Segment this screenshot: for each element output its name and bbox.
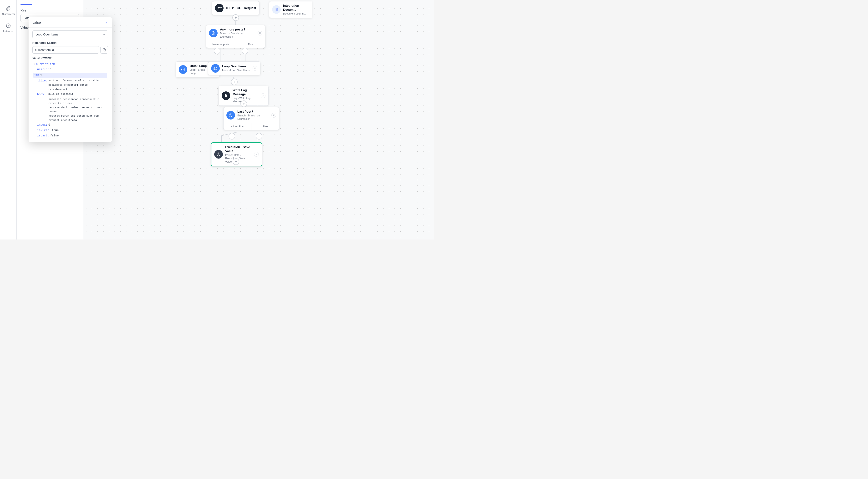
add-button-after-loop[interactable]: +	[231, 78, 238, 85]
node-last-post-header: Last Post? Branch - Branch on Expression…	[223, 107, 279, 123]
node-any-more-posts-text: Any more posts? Branch - Branch on Expre…	[220, 28, 255, 38]
instances-icon	[5, 22, 12, 29]
popup-confirm-button[interactable]: ✓	[105, 21, 108, 25]
node-write-log-icon	[222, 91, 230, 100]
tree-key-islast: isLast:	[37, 133, 49, 138]
sidebar-item-attachments[interactable]: Attachments	[1, 3, 16, 18]
branch-no-more-posts[interactable]: No more posts	[206, 41, 236, 47]
node-loop-over-items-close[interactable]: ×	[253, 66, 257, 71]
node-last-post-icon	[226, 111, 235, 120]
tree-val-islast: false	[50, 133, 59, 138]
node-http-icon: HTTP	[215, 4, 223, 12]
add-button-bottom[interactable]: +	[232, 158, 239, 165]
node-integration-subtitle: Document your int...	[283, 12, 309, 15]
add-button-no-more-posts[interactable]: +	[214, 47, 220, 54]
copy-reference-button[interactable]	[100, 46, 108, 54]
key-label: Key	[21, 8, 79, 12]
tree-root-item: ▾ currentItem	[33, 62, 107, 67]
node-branch-icon-1	[209, 29, 218, 37]
tree-key-title: title:	[37, 78, 48, 92]
value-preview-label: Value Preview	[32, 57, 108, 60]
tree-val-title: sunt aut facere repellat provident occae…	[48, 78, 107, 92]
tree-item-title: title: sunt aut facere repellat providen…	[37, 78, 107, 92]
node-http-get[interactable]: HTTP HTTP - GET Request	[212, 1, 259, 15]
node-last-post-close[interactable]: ×	[271, 113, 276, 118]
sidebar: Attachments Instances	[0, 0, 17, 240]
panel-top-bar	[21, 4, 32, 5]
value-preview-tree: ▾ currentItem userId: 1 id: 1 title: sun…	[32, 62, 108, 138]
node-any-more-posts-header: Any more posts? Branch - Branch on Expre…	[206, 25, 265, 41]
popup-title: Value	[32, 21, 41, 25]
node-write-log-title: Write Log Message	[232, 88, 258, 96]
sidebar-item-instances[interactable]: Instances	[1, 20, 16, 35]
node-break-loop-icon	[179, 65, 187, 74]
node-break-loop-title: Break Loop	[190, 64, 210, 68]
node-loop-icon	[211, 64, 220, 73]
branch-else-2[interactable]: Else	[251, 123, 279, 130]
node-last-post-text: Last Post? Branch - Branch on Expression	[237, 110, 269, 121]
node-break-loop-subtitle: Loop - Break Loop	[190, 68, 210, 75]
tree-item-body: body: quia et suscipit	[37, 92, 107, 97]
sidebar-item-attachments-label: Attachments	[2, 13, 15, 16]
node-loop-over-items[interactable]: Loop Over Items Loop - Loop Over Items ×	[208, 61, 260, 75]
node-integration-text: Integration Docum... Document your int..…	[283, 4, 309, 15]
node-http-get-header: HTTP HTTP - GET Request	[212, 1, 259, 15]
add-button-else-2[interactable]: +	[256, 133, 262, 139]
value-preview-section: Value Preview ▾ currentItem userId: 1 id…	[29, 57, 112, 142]
tree-item-islast: isLast: false	[37, 133, 107, 138]
tree-key-userid: userId:	[37, 67, 49, 72]
reference-search-row	[32, 46, 108, 54]
node-execution-save-title: Execution - Save Value	[225, 145, 252, 153]
node-write-log-close[interactable]: ×	[261, 93, 266, 98]
node-integration-icon	[272, 5, 281, 14]
node-integration-doc[interactable]: Integration Docum... Document your int..…	[269, 1, 312, 18]
branch-else-1[interactable]: Else	[236, 41, 266, 47]
main-area: Key Value Value ✓ Loop Over Items Refere…	[17, 0, 434, 240]
tree-item-index: index: 0	[37, 122, 107, 128]
attachments-icon	[5, 5, 12, 12]
loop-items-dropdown[interactable]: Loop Over Items	[32, 30, 108, 38]
node-execution-save-close[interactable]: ×	[254, 152, 259, 157]
node-last-post-subtitle: Branch - Branch on Expression	[237, 114, 269, 121]
add-button-is-last[interactable]: +	[228, 133, 235, 139]
value-popup: Value ✓ Loop Over Items Reference Search	[29, 17, 112, 142]
tree-key-index: index:	[37, 123, 48, 127]
canvas[interactable]: HTTP HTTP - GET Request +	[83, 0, 434, 240]
node-integration-title: Integration Docum...	[283, 4, 309, 12]
node-any-more-posts[interactable]: Any more posts? Branch - Branch on Expre…	[206, 25, 266, 48]
tree-body-line4: nostrum rerum est autem sunt rem eveniet…	[49, 114, 107, 122]
svg-point-0	[6, 24, 10, 28]
tree-toggle-icon[interactable]: ▾	[33, 62, 35, 67]
tree-key-body: body:	[37, 92, 46, 97]
add-button-after-log[interactable]: +	[241, 100, 247, 107]
node-any-more-posts-title: Any more posts?	[220, 28, 255, 32]
tree-key-isfirst: isFirst:	[37, 128, 51, 133]
node-execution-save-icon	[214, 150, 223, 159]
node-loop-over-items-text: Loop Over Items Loop - Loop Over Items	[222, 65, 250, 72]
reference-search-input[interactable]	[32, 46, 99, 54]
add-button-else-1[interactable]: +	[242, 47, 248, 54]
popup-header: Value ✓	[29, 17, 112, 28]
node-any-more-posts-subtitle: Branch - Branch on Expression	[220, 32, 255, 38]
node-last-post[interactable]: Last Post? Branch - Branch on Expression…	[223, 107, 279, 130]
sidebar-item-instances-label: Instances	[3, 30, 13, 33]
node-any-more-posts-close[interactable]: ×	[257, 31, 262, 35]
tree-item-isfirst: isFirst: true	[37, 128, 107, 133]
svg-rect-2	[104, 49, 106, 51]
node-last-post-title: Last Post?	[237, 110, 269, 114]
node-http-text: HTTP - GET Request	[226, 6, 256, 10]
tree-item-userid: userId: 1	[37, 67, 107, 72]
node-loop-over-items-header: Loop Over Items Loop - Loop Over Items ×	[208, 62, 260, 75]
reference-search-label: Reference Search	[32, 41, 108, 44]
node-loop-over-items-title: Loop Over Items	[222, 65, 250, 69]
tree-body-line2: suscipit recusandae consequuntur expedit…	[49, 97, 107, 106]
tree-key-id: id:	[34, 73, 39, 77]
tree-body-line3: reprehenderit molestiae ut ut quas totam	[49, 106, 107, 114]
add-button-after-http[interactable]: +	[232, 14, 239, 21]
tree-item-id[interactable]: id: 1	[33, 73, 107, 78]
node-break-loop-text: Break Loop Loop - Break Loop	[190, 64, 210, 75]
branch-is-last-post[interactable]: Is Last Post	[223, 123, 251, 130]
node-loop-over-items-subtitle: Loop - Loop Over Items	[222, 69, 250, 72]
popup-dropdown-section: Loop Over Items	[29, 28, 112, 41]
tree-val-index: 0	[48, 123, 50, 127]
